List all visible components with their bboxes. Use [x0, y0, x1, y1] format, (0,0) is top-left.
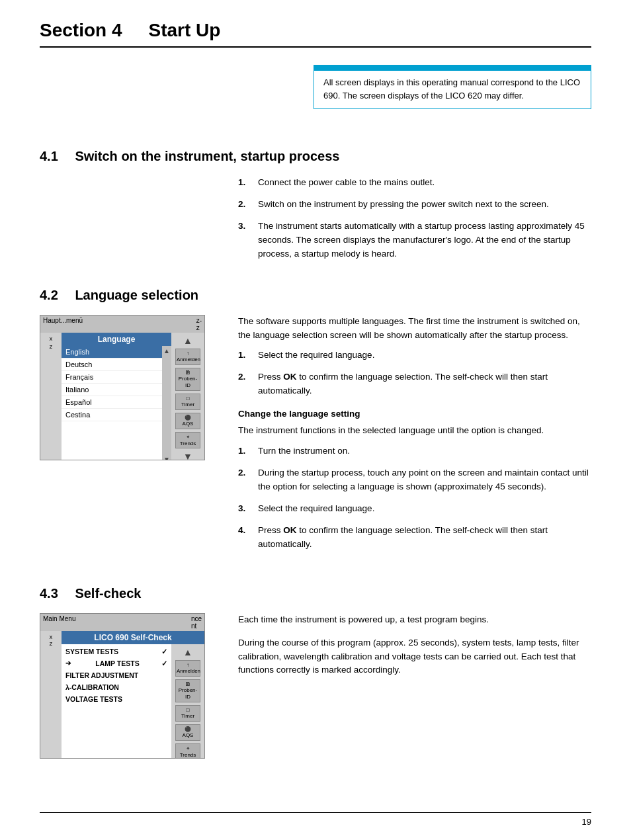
screen-header-left: Haupt...menü [43, 317, 83, 331]
change-step-4: 4. Press OK to confirm the language sele… [238, 524, 591, 552]
step-text: During the startup process, touch any po… [258, 466, 591, 494]
sc-lambda-calibration: λ-CALIBRATION [64, 681, 169, 693]
lang-screen-title: Language [62, 333, 171, 346]
scrollbar-up-icon[interactable] [163, 347, 170, 355]
change-step-2: 2. During the startup process, touch any… [238, 466, 591, 494]
sc-timer[interactable]: □Timer [175, 705, 200, 722]
section-4-2-text: The software supports multiple languages… [238, 315, 591, 560]
lang-deutsch[interactable]: Deutsch [62, 358, 162, 371]
step-num: 2. [238, 466, 251, 494]
sidebar-probenid[interactable]: 🖹Proben-ID [175, 368, 200, 391]
sc-anmelden[interactable]: ↑Anmelden [175, 660, 200, 677]
page-header: Section 4 Start Up [40, 20, 591, 48]
step-num: 3. [238, 220, 251, 261]
step-num: 1. [238, 444, 251, 458]
sc-probenid[interactable]: 🖹Proben-ID [175, 679, 200, 702]
section-4-2-steps: 1. Select the required language. 2. Pres… [238, 349, 591, 398]
page-number: 19 [582, 817, 591, 827]
checkmark-lamp: ✓ [161, 659, 167, 667]
sc-header-right: ncent [191, 615, 202, 630]
step-text: Select the required language. [258, 502, 374, 516]
section-4-3-content: Main Menu ncent x z LICO 690 Self-Check [40, 613, 591, 759]
screen-left-col: x z [40, 333, 62, 460]
lang-list-area: English Deutsch Français Italiano Españo… [62, 346, 171, 460]
screen-sidebar: ▲ ↑Anmelden 🖹Proben-ID □Timer ⚫AQS ⌖Tren… [171, 333, 204, 460]
step-4-1-1: 1. Connect the power cable to the mains … [238, 176, 591, 190]
info-box-text: All screen displays in this operating ma… [323, 77, 580, 101]
change-step-3: 3. Select the required language. [238, 502, 591, 516]
step-text: The instrument starts automatically with… [258, 220, 591, 261]
sc-aqs[interactable]: ⚫AQS [175, 724, 200, 741]
sc-lamp-tests: LAMP TESTS ✓ [64, 657, 169, 669]
change-language-heading: Change the language setting [238, 409, 591, 419]
section-4-2-number: 4.2 [40, 288, 58, 302]
sc-list-area: SYSTEM TESTS ✓ LAMP TESTS ✓ FILTER ADJUS… [62, 644, 204, 759]
sc-filter-adjustment: FILTER ADJUSTMENT [64, 669, 169, 681]
step-text: Press OK to confirm the language selecti… [258, 524, 591, 552]
sidebar-timer[interactable]: □Timer [175, 394, 200, 410]
section-4-2-intro: The software supports multiple languages… [238, 315, 591, 343]
lang-english[interactable]: English [62, 346, 162, 358]
step-num: 1. [238, 176, 251, 190]
step-text: Switch on the instrument by pressing the… [258, 198, 549, 212]
section-4-2-title: Language selection [75, 288, 198, 302]
section-4-1-title: Switch on the instrument, startup proces… [75, 149, 339, 163]
info-box: All screen displays in this operating ma… [314, 65, 591, 109]
sc-header-left: Main Menu [43, 615, 75, 630]
step-text: Turn the instrument on. [258, 444, 350, 458]
section-4-1-number: 4.1 [40, 149, 58, 163]
sidebar-arrow-up[interactable]: ▲ [183, 335, 192, 346]
step-num: 2. [238, 198, 251, 212]
section-title: Start Up [148, 20, 220, 41]
sidebar-aqs[interactable]: ⚫AQS [175, 413, 200, 429]
section-4-3-number: 4.3 [40, 586, 58, 601]
sc-main: LICO 690 Self-Check SYSTEM TESTS ✓ LAMP … [62, 631, 204, 759]
selfcheck-screen-container: Main Menu ncent x z LICO 690 Self-Check [40, 613, 218, 759]
sc-voltage-tests: VOLTAGE TESTS [64, 693, 169, 705]
step-4-1-2: 2. Switch on the instrument by pressing … [238, 198, 591, 212]
section-4-3-heading: 4.3 Self-check [40, 586, 591, 601]
step-num: 1. [238, 349, 251, 362]
step-4-2-2: 2. Press OK to confirm the language sele… [238, 370, 591, 398]
scrollbar [162, 346, 171, 460]
section-4-1-steps: 1. Connect the power cable to the mains … [238, 176, 591, 261]
scrollbar-down-icon[interactable] [163, 456, 170, 460]
selfcheck-screen: Main Menu ncent x z LICO 690 Self-Check [40, 613, 205, 759]
section-4-1: 4.1 Switch on the instrument, startup pr… [40, 149, 591, 261]
sidebar-arrow-down[interactable]: ▼ [183, 451, 192, 460]
screen-header-right: z-z [196, 317, 202, 331]
step-num: 3. [238, 502, 251, 516]
sc-system-tests: SYSTEM TESTS ✓ [64, 646, 169, 657]
lang-espanol[interactable]: Español [62, 396, 162, 409]
sc-title: LICO 690 Self-Check [62, 631, 204, 644]
step-4-2-1: 1. Select the required language. [238, 349, 591, 362]
screen-body: x z Language English Deutsch Français It… [40, 333, 204, 460]
lang-italiano[interactable]: Italiano [62, 384, 162, 396]
language-screen-container: Haupt...menü z-z x z Language English De… [40, 315, 218, 460]
lang-cestina[interactable]: Cestina [62, 409, 162, 421]
section-4-3-title: Self-check [75, 586, 141, 601]
screen-main: Language English Deutsch Français Italia… [62, 333, 171, 460]
sidebar-trends[interactable]: ⌖Trends [175, 432, 200, 448]
change-language-intro: The instrument functions in the selected… [238, 424, 591, 438]
step-text: Select the required language. [258, 349, 374, 362]
step-text: Press OK to confirm the language selecti… [258, 370, 591, 398]
section-number: Section 4 [40, 20, 122, 41]
sc-trends[interactable]: ⌖Trends [175, 743, 200, 759]
sc-sidebar: ▲ ↑Anmelden 🖹Proben-ID □Timer ⚫AQS ⌖Tren… [171, 644, 204, 759]
info-box-bar [314, 65, 591, 71]
sc-items-list: SYSTEM TESTS ✓ LAMP TESTS ✓ FILTER ADJUS… [62, 644, 171, 759]
section-4-3-para2: During the course of this program (appro… [238, 636, 591, 678]
sc-header: Main Menu ncent [40, 614, 204, 631]
screen-header: Haupt...menü z-z [40, 315, 204, 333]
sc-sidebar-up[interactable]: ▲ [183, 647, 192, 657]
section-4-3: 4.3 Self-check Main Menu ncent x z LICO … [40, 586, 591, 759]
lang-francais[interactable]: Français [62, 371, 162, 384]
sidebar-anmelden[interactable]: ↑Anmelden [175, 349, 200, 365]
change-step-1: 1. Turn the instrument on. [238, 444, 591, 458]
section-4-2-content: Haupt...menü z-z x z Language English De… [40, 315, 591, 560]
change-language-steps: 1. Turn the instrument on. 2. During the… [238, 444, 591, 552]
sc-body: x z LICO 690 Self-Check SYSTEM TESTS ✓ [40, 631, 204, 759]
section-4-3-text: Each time the instrument is powered up, … [238, 613, 591, 685]
step-num: 2. [238, 370, 251, 398]
